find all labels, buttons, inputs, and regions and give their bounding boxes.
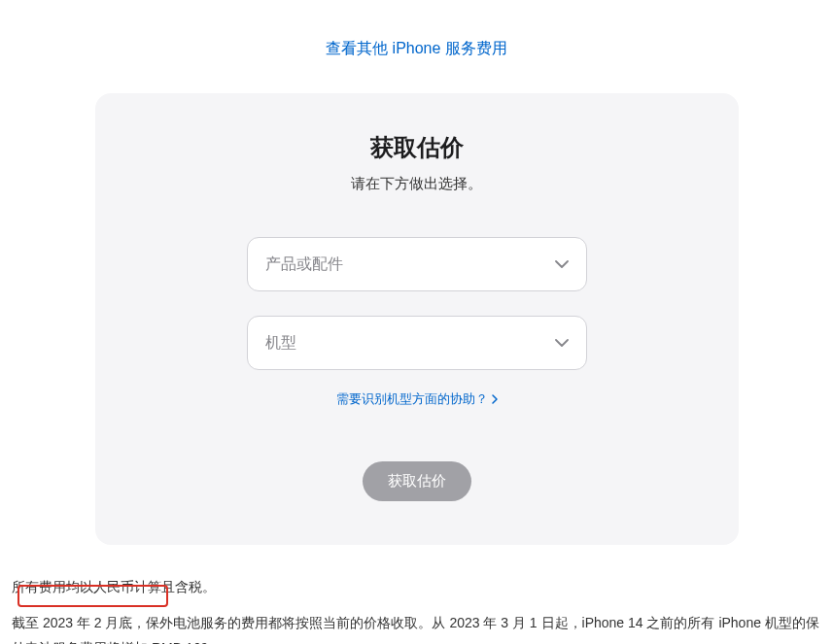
identify-model-help-link[interactable]: 需要识别机型方面的协助？ xyxy=(336,390,498,408)
get-estimate-button[interactable]: 获取估价 xyxy=(363,461,471,501)
estimate-card: 获取估价 请在下方做出选择。 产品或配件 机型 需要识别机型方面的协助？ xyxy=(95,93,739,545)
product-select[interactable]: 产品或配件 xyxy=(247,237,587,291)
model-select[interactable]: 机型 xyxy=(247,316,587,370)
card-title: 获取估价 xyxy=(134,132,700,163)
help-link-text: 需要识别机型方面的协助？ xyxy=(336,390,488,408)
footer-line-2: 截至 2023 年 2 月底，保外电池服务的费用都将按照当前的价格收取。从 20… xyxy=(12,610,821,644)
product-select-wrapper: 产品或配件 xyxy=(247,237,587,291)
model-select-label: 机型 xyxy=(265,333,296,354)
chevron-down-icon xyxy=(555,260,569,268)
card-subtitle: 请在下方做出选择。 xyxy=(134,175,700,193)
product-select-label: 产品或配件 xyxy=(265,254,343,275)
footer-text: 所有费用均以人民币计算且含税。 截至 2023 年 2 月底，保外电池服务的费用… xyxy=(0,545,833,644)
top-link-container: 查看其他 iPhone 服务费用 xyxy=(0,0,833,79)
help-link-container: 需要识别机型方面的协助？ xyxy=(134,390,700,408)
chevron-down-icon xyxy=(555,339,569,347)
model-select-wrapper: 机型 xyxy=(247,316,587,370)
footer-line-1: 所有费用均以人民币计算且含税。 xyxy=(12,574,821,600)
chevron-right-icon xyxy=(492,392,498,407)
other-services-link[interactable]: 查看其他 iPhone 服务费用 xyxy=(326,40,507,56)
